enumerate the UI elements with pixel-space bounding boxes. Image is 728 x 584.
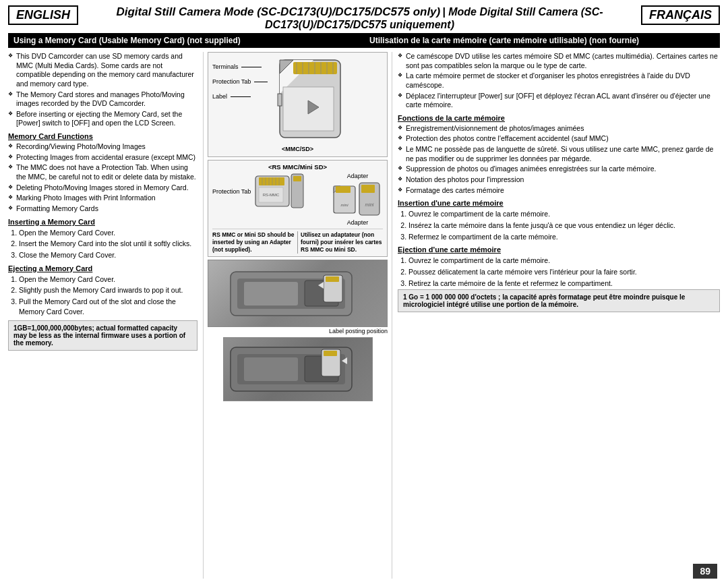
- mcf-bullet-3: The MMC does not have a Protection Tab. …: [8, 163, 198, 181]
- ejection-title: Ejection d'une carte mémoire: [398, 245, 720, 254]
- inserting-card-photo: Label posting position: [208, 260, 388, 334]
- protection-tab-label: Protection Tab: [212, 78, 251, 85]
- mini-sd-svg: mini mini: [332, 181, 383, 218]
- ejecting-card-photo: [223, 337, 373, 401]
- ejection-steps: Ouvrez le compartiment de la carte mémoi…: [398, 256, 720, 288]
- mmc-sd-card-svg: [273, 57, 354, 144]
- rs-mmc-card-svg: RS-MMC: [252, 173, 306, 210]
- eject-step-1: Open the Memory Card Cover.: [19, 274, 198, 285]
- svg-rect-15: [259, 177, 284, 185]
- protection-tab-label2: Protection Tab: [212, 188, 251, 195]
- mmc-sd-label: <MMC/SD>: [212, 146, 383, 152]
- insert-step-3: Close the Memory Card Cover.: [19, 250, 198, 260]
- eject-photo-svg: [224, 339, 372, 400]
- intro-bullet-2: The Memory Card stores and manages Photo…: [8, 90, 198, 109]
- fonctions-bullet-5: Notation des photos pour l'impression: [398, 175, 720, 185]
- mcf-bullet-6: Formatting Memory Cards: [8, 204, 198, 214]
- svg-rect-3: [293, 62, 337, 74]
- fonctions-bullet-4: Suppression de photos ou d'images animée…: [398, 165, 720, 174]
- francais-label: FRANÇAIS: [641, 5, 720, 25]
- english-label: ENGLISH: [8, 5, 78, 25]
- label-label: Label: [212, 93, 227, 100]
- adapter-label2: Adapter: [347, 219, 369, 226]
- intro-bullet-1: This DVD Camcorder can use SD memory car…: [8, 52, 198, 89]
- insertion-step-2: Insérez la carte mémoire dans la fente j…: [408, 221, 720, 231]
- svg-text:mini: mini: [365, 202, 374, 207]
- insertion-title: Insertion d'une carte mémoire: [398, 199, 720, 207]
- fonctions-bullet-6: Formatage des cartes mémoire: [398, 186, 720, 196]
- ejection-step-3: Retirez la carte mémoire de la fente et …: [408, 279, 720, 289]
- ejection-step-1: Ouvrez le compartiment de la carte mémoi…: [408, 256, 720, 266]
- section-header-right: Utilisation de la carte mémoire (carte m…: [364, 33, 720, 48]
- adapter-label: Adapter: [347, 173, 369, 179]
- svg-rect-42: [244, 357, 298, 381]
- mcf-bullet-2: Protecting Images from accidental erasur…: [8, 153, 198, 163]
- rs-mmc-note-right: Utilisez un adaptateur (non fourni) pour…: [301, 231, 383, 254]
- page-number: 89: [693, 564, 717, 579]
- rs-mmc-note-left: RS MMC or Mini SD should be inserted by …: [212, 231, 295, 254]
- rs-mmc-header: <RS MMC/Mini SD>: [212, 163, 383, 171]
- ejecting-steps: Open the Memory Card Cover. Slightly pus…: [8, 274, 198, 317]
- fonctions-title: Fonctions de la carte mémoire: [398, 114, 720, 122]
- svg-rect-25: [293, 176, 301, 181]
- rs-mmc-section: <RS MMC/Mini SD> Protection Tab: [208, 160, 388, 257]
- memory-card-functions-title: Memory Card Functions: [8, 132, 198, 140]
- intro-bullet-3: Before inserting or ejecting the Memory …: [8, 110, 198, 128]
- fr-intro-bullet-1: Ce caméscope DVD utilise les cartes mémo…: [398, 52, 720, 70]
- intro-bullets-fr: Ce caméscope DVD utilise les cartes mémo…: [398, 52, 720, 110]
- svg-rect-45: [324, 351, 337, 356]
- insert-step-1: Open the Memory Card Cover.: [19, 228, 198, 238]
- ejection-step-2: Poussez délicatement la carte mémoire ve…: [408, 267, 720, 277]
- insertion-step-3: Refermez le compartiment de la carte mém…: [408, 232, 720, 242]
- svg-rect-28: [336, 186, 351, 193]
- memory-card-functions-list: Recording/Viewing Photo/Moving Images Pr…: [8, 142, 198, 213]
- section-header-left: Using a Memory Card (Usable Memory Card)…: [8, 33, 364, 48]
- terminals-label: Terminals: [212, 63, 239, 70]
- fonctions-list: Enregistrement/visionnement de photos/im…: [398, 124, 720, 195]
- mcf-bullet-4: Deleting Photo/Moving Images stored in M…: [8, 183, 198, 193]
- note-box-fr: 1 Go = 1 000 000 000 d'octets ; la capac…: [398, 289, 720, 312]
- inserting-memory-card-title: Inserting a Memory Card: [8, 218, 198, 226]
- insertion-step-1: Ouvrez le compartiment de la carte mémoi…: [408, 209, 720, 219]
- svg-rect-31: [361, 185, 375, 193]
- svg-rect-11: [278, 94, 282, 106]
- eject-step-2: Slightly push the Memory Card inwards to…: [19, 285, 198, 295]
- fonctions-bullet-1: Enregistrement/visionnement de photos/im…: [398, 124, 720, 134]
- svg-text:mini: mini: [340, 203, 348, 207]
- insertion-steps: Ouvrez le compartiment de la carte mémoi…: [398, 209, 720, 241]
- eject-step-3: Pull the Memory Card out of the slot and…: [19, 297, 198, 316]
- intro-bullets-en: This DVD Camcorder can use SD memory car…: [8, 52, 198, 128]
- note-box-en: 1GB=1,000,000,000bytes; actual formatted…: [8, 320, 198, 351]
- label-posting-note: Label posting position: [208, 328, 388, 334]
- svg-rect-35: [244, 282, 298, 305]
- mcf-bullet-1: Recording/Viewing Photo/Moving Images: [8, 142, 198, 152]
- insert-step-2: Insert the Memory Card into the slot unt…: [19, 239, 198, 249]
- mcf-bullet-5: Marking Photo Images with Print Informat…: [8, 194, 198, 203]
- svg-rect-38: [326, 276, 339, 282]
- fr-intro-bullet-2: La carte mémoire permet de stocker et d'…: [398, 71, 720, 90]
- inserting-steps: Open the Memory Card Cover. Insert the M…: [8, 228, 198, 260]
- mmc-sd-diagram: Terminals Protection Tab Label: [208, 52, 388, 157]
- fr-intro-bullet-3: Déplacez l'interrupteur [Power] sur [OFF…: [398, 92, 720, 110]
- svg-text:RS-MMC: RS-MMC: [263, 193, 280, 197]
- fonctions-bullet-3: Le MMC ne possède pas de languette de sû…: [398, 145, 720, 163]
- insert-photo-svg: [224, 262, 372, 326]
- fonctions-bullet-2: Protection des photos contre l'effacemen…: [398, 134, 720, 144]
- ejecting-memory-card-title: Ejecting a Memory Card: [8, 264, 198, 272]
- page-title-en: Digital Still Camera Mode (SC-DC173(U)/D…: [116, 5, 440, 18]
